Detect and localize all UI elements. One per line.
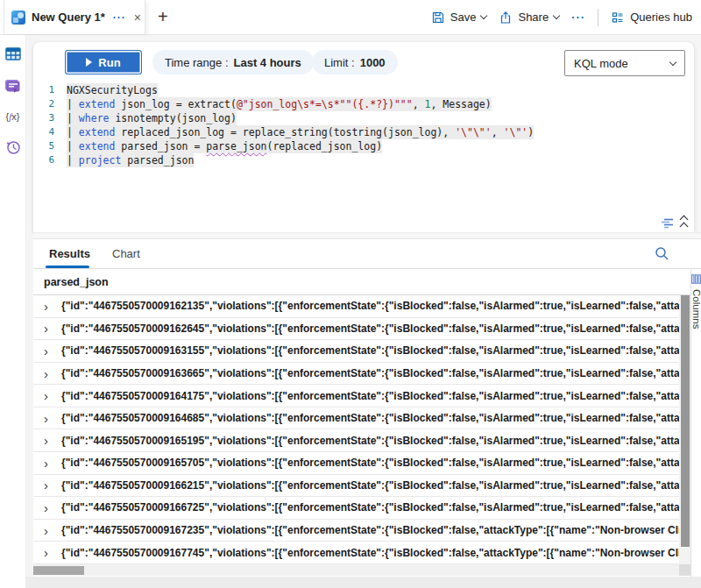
time-range-picker[interactable]: Time range : Last 4 hours xyxy=(152,50,314,74)
expand-row-icon[interactable]: › xyxy=(44,478,61,492)
tables-icon[interactable] xyxy=(5,47,21,61)
table-row[interactable]: ›{"id":"4467550570009167745","violations… xyxy=(33,542,679,564)
share-chevron-down-icon[interactable] xyxy=(553,12,560,19)
column-header-parsed-json[interactable]: parsed_json xyxy=(33,269,690,295)
expand-row-icon[interactable]: › xyxy=(44,367,61,380)
code-line[interactable]: 3| where isnotempty(json_log) xyxy=(33,111,682,125)
vertical-scrollbar-thumb[interactable] xyxy=(681,295,690,547)
expand-row-icon[interactable]: › xyxy=(44,412,61,425)
limit-value: 1000 xyxy=(360,56,386,69)
expand-row-icon[interactable]: › xyxy=(44,344,61,358)
time-range-label: Time range : xyxy=(165,56,229,69)
columns-icon xyxy=(691,274,701,284)
row-json-text: {"id":"4467550570009166215","violations"… xyxy=(61,479,679,492)
tab-close-icon[interactable]: × xyxy=(134,11,141,25)
left-sidebar: {fx} xyxy=(0,35,26,588)
run-label: Run xyxy=(98,56,120,69)
query-editor-card: Run Time range : Last 4 hours Limit : 10… xyxy=(33,42,694,232)
tab-more-icon[interactable]: ··· xyxy=(113,11,126,24)
expand-row-icon[interactable]: › xyxy=(44,501,61,514)
row-json-text: {"id":"4467550570009165195","violations"… xyxy=(61,435,679,447)
expand-row-icon[interactable]: › xyxy=(44,546,61,559)
row-json-text: {"id":"4467550570009164175","violations"… xyxy=(61,390,679,402)
save-button[interactable]: Save xyxy=(431,11,487,25)
share-button[interactable]: Share xyxy=(499,11,559,25)
horizontal-scrollbar[interactable] xyxy=(33,564,679,576)
top-bar: New Query 1* ··· × + Save Share ··· xyxy=(0,0,701,35)
panel-splitter[interactable]: ··· xyxy=(33,232,701,239)
table-row[interactable]: ›{"id":"4467550570009164685","violations… xyxy=(33,407,679,430)
recall-results-icon[interactable] xyxy=(661,216,676,230)
row-json-text: {"id":"4467550570009164685","violations"… xyxy=(61,412,679,424)
line-number: 5 xyxy=(33,139,67,153)
row-json-text: {"id":"4467550570009167235","violations"… xyxy=(61,524,679,536)
tab-results[interactable]: Results xyxy=(49,239,90,268)
query-tab-title: New Query 1* xyxy=(32,11,105,24)
results-tabs-row: Results Chart xyxy=(33,239,701,269)
expand-row-icon[interactable]: › xyxy=(44,434,61,447)
code-line[interactable]: 5| extend parsed_json = parse_json(repla… xyxy=(33,139,682,153)
limit-label: Limit : xyxy=(324,56,355,69)
vertical-scrollbar[interactable] xyxy=(679,295,690,564)
line-number: 3 xyxy=(33,111,67,125)
save-chevron-down-icon[interactable] xyxy=(480,12,487,19)
table-row[interactable]: ›{"id":"4467550570009163665","violations… xyxy=(33,363,679,386)
limit-picker[interactable]: Limit : 1000 xyxy=(312,50,398,74)
share-icon xyxy=(499,11,513,25)
columns-panel-toggle[interactable]: Columns xyxy=(690,269,701,577)
queries-hub-icon xyxy=(611,11,625,25)
table-row[interactable]: ›{"id":"4467550570009166725","violations… xyxy=(33,497,679,520)
code-line[interactable]: 6| project parsed_json xyxy=(33,153,682,167)
table-row[interactable]: ›{"id":"4467550570009165195","violations… xyxy=(33,429,679,452)
results-grid: ›{"id":"4467550570009162135","violations… xyxy=(33,295,679,564)
code-line[interactable]: 2| extend json_log = extract(@"json_log\… xyxy=(33,97,682,111)
topbar-divider xyxy=(598,9,598,26)
row-json-text: {"id":"4467550570009162135","violations"… xyxy=(61,300,679,312)
topbar-actions: Save Share ··· Queries hub xyxy=(431,0,692,34)
code-line[interactable]: 4| extend replaced_json_log = replace_st… xyxy=(33,125,682,139)
queries-hub-button[interactable]: Queries hub xyxy=(611,11,692,25)
expand-row-icon[interactable]: › xyxy=(44,389,61,402)
tab-chart[interactable]: Chart xyxy=(112,239,140,268)
expand-row-icon[interactable]: › xyxy=(44,300,61,313)
saved-scripts-icon[interactable] xyxy=(4,79,21,94)
expand-row-icon[interactable]: › xyxy=(44,457,61,470)
row-json-text: {"id":"4467550570009167745","violations"… xyxy=(61,547,679,559)
table-row[interactable]: ›{"id":"4467550570009162645","violations… xyxy=(33,318,679,341)
kql-editor[interactable]: 1NGXSecurityLogs2| extend json_log = ext… xyxy=(33,83,682,167)
code-text: | extend json_log = extract(@"json_log\s… xyxy=(67,97,492,111)
table-row[interactable]: ›{"id":"4467550570009164175","violations… xyxy=(33,385,679,407)
query-tab[interactable]: New Query 1* ··· × xyxy=(4,0,145,34)
search-icon[interactable] xyxy=(655,246,669,261)
columns-panel-label: Columns xyxy=(691,289,701,329)
new-tab-button[interactable]: + xyxy=(158,7,168,27)
save-label: Save xyxy=(450,11,477,24)
code-line[interactable]: 1NGXSecurityLogs xyxy=(33,83,682,97)
query-tab-icon xyxy=(11,11,25,25)
expand-row-icon[interactable]: › xyxy=(44,322,61,335)
query-history-icon[interactable] xyxy=(5,139,21,155)
play-icon xyxy=(86,58,92,67)
code-text: | extend replaced_json_log = replace_str… xyxy=(67,125,534,139)
code-text: | where isnotempty(json_log) xyxy=(67,111,237,125)
table-row[interactable]: ›{"id":"4467550570009163155","violations… xyxy=(33,340,679,363)
row-json-text: {"id":"4467550570009162645","violations"… xyxy=(61,322,679,335)
expand-row-icon[interactable]: › xyxy=(44,524,61,537)
collapse-editor-icon[interactable] xyxy=(681,216,687,230)
code-text: | extend parsed_json = parse_json(replac… xyxy=(67,139,382,153)
horizontal-scrollbar-thumb[interactable] xyxy=(33,566,84,575)
table-row[interactable]: ›{"id":"4467550570009167235","violations… xyxy=(33,520,679,542)
queries-hub-label: Queries hub xyxy=(630,11,692,24)
line-number: 6 xyxy=(33,153,67,167)
code-text: | project parsed_json xyxy=(67,153,194,167)
run-button[interactable]: Run xyxy=(65,50,142,74)
time-range-value: Last 4 hours xyxy=(234,56,301,69)
table-row[interactable]: ›{"id":"4467550570009162135","violations… xyxy=(33,295,679,318)
mode-chevron-down-icon xyxy=(669,58,676,65)
functions-icon[interactable]: {fx} xyxy=(6,111,20,122)
more-actions-button[interactable]: ··· xyxy=(571,11,585,24)
line-number: 2 xyxy=(33,97,67,111)
query-mode-select[interactable]: KQL mode xyxy=(564,50,685,76)
table-row[interactable]: ›{"id":"4467550570009165705","violations… xyxy=(33,452,679,475)
table-row[interactable]: ›{"id":"4467550570009166215","violations… xyxy=(33,475,679,498)
